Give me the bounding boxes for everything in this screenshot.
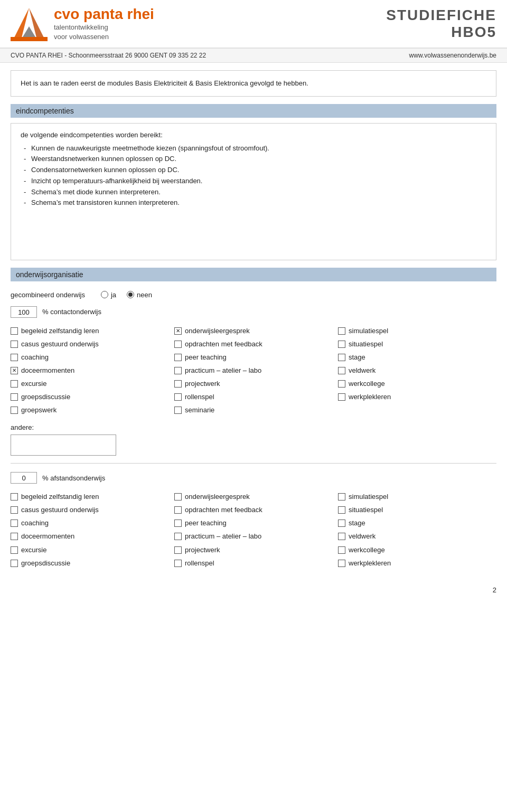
afstand-check-item[interactable]: peer teaching [174,517,333,529]
afstand-check-item[interactable]: veldwerk [338,531,496,542]
contact-check-item[interactable]: situatiespel [338,338,496,350]
checkbox-afstand-werkcollege[interactable] [338,546,345,554]
eindcomp-item: Schema’s met transistoren kunnen interpr… [21,197,486,209]
checkbox-afstand-veldwerk[interactable] [338,533,345,540]
radio-neen[interactable]: neen [127,291,152,299]
contact-check-item[interactable]: practicum – atelier – labo [174,365,333,376]
contact-check-item[interactable]: werkplekleren [338,391,496,403]
checkbox-opdrachten-met-feedback[interactable] [174,341,182,348]
contact-check-item[interactable]: seminarie [174,404,333,416]
afstand-check-item[interactable]: casus gestuurd onderwijs [11,504,169,516]
contact-pct-box[interactable]: 100 [11,306,37,318]
checkbox-veldwerk[interactable] [338,367,345,374]
checkbox-afstand-coaching[interactable] [11,520,18,527]
checkbox-groepsdiscussie[interactable] [11,393,18,401]
contact-check-item[interactable]: stage [338,352,496,363]
logo-area: cvo panta rhei talentontwikkeling voor v… [11,5,386,42]
afstand-check-item[interactable]: doceermomenten [11,531,169,542]
checkbox-situatiespel[interactable] [338,341,345,348]
checkbox-afstand-label: situatiespel [349,504,383,516]
radio-ja-circle[interactable] [101,291,108,298]
andere-input[interactable] [11,435,116,456]
afstand-check-item[interactable]: coaching [11,517,169,529]
checkbox-groepswerk[interactable] [11,407,18,414]
afstand-check-item[interactable]: begeleid zelfstandig leren [11,491,169,503]
checkbox-begeleid-zelfstandig-leren[interactable] [11,327,18,335]
checkbox-stage[interactable] [338,354,345,361]
checkbox-onderwijsleergesprek[interactable] [174,327,182,335]
gecombineerd-row: gecombineerd onderwijs ja neen [11,287,496,303]
checkbox-projectwerk[interactable] [174,380,182,388]
checkbox-rollenspel[interactable] [174,393,182,401]
header: cvo panta rhei talentontwikkeling voor v… [0,0,507,49]
afstand-check-item[interactable]: simulatiespel [338,491,496,503]
checkbox-afstand-label: simulatiespel [349,491,388,503]
afstand-check-item[interactable]: situatiespel [338,504,496,516]
contact-check-item[interactable]: begeleid zelfstandig leren [11,325,169,337]
checkbox-werkplekleren[interactable] [338,393,345,401]
contact-check-item[interactable]: simulatiespel [338,325,496,337]
checkbox-afstand-excursie[interactable] [11,546,18,554]
checkbox-peer-teaching[interactable] [174,354,182,361]
contact-check-item[interactable]: peer teaching [174,352,333,363]
checkbox-excursie[interactable] [11,380,18,388]
svg-rect-3 [11,37,48,41]
contact-check-item[interactable]: onderwijsleergesprek [174,325,333,337]
checkbox-afstand-casus-gestuurd-onderwijs[interactable] [11,506,18,514]
afstand-checkbox-grid: begeleid zelfstandig lerenonderwijsleerg… [11,487,496,573]
afstand-check-item[interactable]: projectwerk [174,544,333,556]
afstand-check-item[interactable]: werkcollege [338,544,496,556]
afstand-pct-box[interactable]: 0 [11,472,37,484]
contact-check-item[interactable]: veldwerk [338,365,496,376]
contact-check-item[interactable]: groepswerk [11,404,169,416]
checkbox-afstand-onderwijsleergesprek[interactable] [174,493,182,501]
contact-check-item[interactable]: opdrachten met feedback [174,338,333,350]
contact-check-item[interactable]: rollenspel [174,391,333,403]
checkbox-doceermomenten[interactable] [11,367,18,374]
afstand-check-item[interactable]: opdrachten met feedback [174,504,333,516]
checkbox-casus-gestuurd-onderwijs[interactable] [11,341,18,348]
contact-check-item[interactable]: casus gestuurd onderwijs [11,338,169,350]
checkbox-afstand-label: opdrachten met feedback [185,504,262,516]
afstand-check-item[interactable]: groepsdiscussie [11,558,169,569]
checkbox-afstand-label: veldwerk [349,531,375,542]
checkbox-label: begeleid zelfstandig leren [21,325,99,337]
checkbox-afstand-practicum-–-atelier-–-labo[interactable] [174,533,182,540]
afstand-check-item[interactable]: rollenspel [174,558,333,569]
checkbox-seminarie[interactable] [174,407,182,414]
checkbox-coaching[interactable] [11,354,18,361]
checkbox-afstand-doceermomenten[interactable] [11,533,18,540]
contact-check-item[interactable]: coaching [11,352,169,363]
contact-check-item[interactable]: projectwerk [174,378,333,390]
checkbox-werkcollege[interactable] [338,380,345,388]
afstand-check-item[interactable]: onderwijsleergesprek [174,491,333,503]
checkbox-afstand-label: begeleid zelfstandig leren [21,491,99,503]
checkbox-label: coaching [21,352,49,363]
checkbox-afstand-begeleid-zelfstandig-leren[interactable] [11,493,18,501]
checkbox-afstand-simulatiespel[interactable] [338,493,345,501]
contact-check-item[interactable]: doceermomenten [11,365,169,376]
checkbox-afstand-projectwerk[interactable] [174,546,182,554]
checkbox-afstand-situatiespel[interactable] [338,506,345,514]
afstand-check-item[interactable]: stage [338,517,496,529]
afstand-check-item[interactable]: excursie [11,544,169,556]
contact-check-item[interactable]: groepsdiscussie [11,391,169,403]
checkbox-simulatiespel[interactable] [338,327,345,335]
contact-checkbox-grid: begeleid zelfstandig lerenonderwijsleerg… [11,321,496,421]
checkbox-afstand-groepsdiscussie[interactable] [11,560,18,567]
checkbox-practicum-–-atelier-–-labo[interactable] [174,367,182,374]
contact-check-item[interactable]: excursie [11,378,169,390]
logo-sub-text: talentontwikkeling voor volwassenen [54,23,154,42]
checkbox-afstand-peer-teaching[interactable] [174,520,182,527]
checkbox-afstand-werkplekleren[interactable] [338,560,345,567]
checkbox-label: groepsdiscussie [21,391,70,403]
radio-ja[interactable]: ja [101,291,116,299]
checkbox-afstand-stage[interactable] [338,520,345,527]
afstand-check-item[interactable]: practicum – atelier – labo [174,531,333,542]
afstand-check-item[interactable]: werkplekleren [338,558,496,569]
radio-neen-circle[interactable] [127,291,134,298]
checkbox-afstand-rollenspel[interactable] [174,560,182,567]
contact-check-item[interactable]: werkcollege [338,378,496,390]
checkbox-label: projectwerk [185,378,220,390]
checkbox-afstand-opdrachten-met-feedback[interactable] [174,506,182,514]
